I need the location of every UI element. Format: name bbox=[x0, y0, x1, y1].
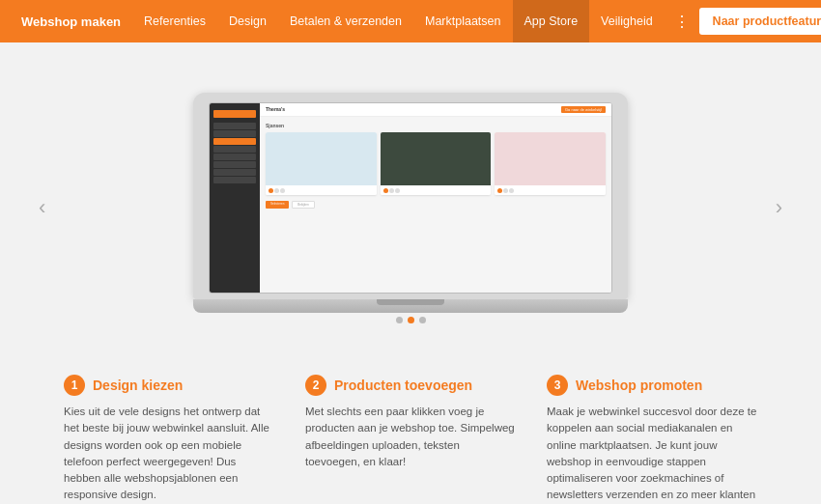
mini-preview-btn: Bekijken bbox=[292, 201, 314, 209]
feature-3-header: 3 Webshop promoten bbox=[547, 375, 757, 396]
mini-card-footer-1 bbox=[266, 185, 377, 195]
nav-item-design[interactable]: Design bbox=[217, 0, 278, 42]
mini-sidebar bbox=[210, 103, 260, 293]
nav-item-marktplaatsen[interactable]: Marktplaatsen bbox=[413, 0, 513, 42]
feature-3-title: Webshop promoten bbox=[576, 378, 702, 393]
nav-item-appstore[interactable]: App Store bbox=[513, 0, 590, 42]
mini-menu-item bbox=[213, 161, 256, 168]
carousel-dot-2[interactable] bbox=[408, 317, 414, 323]
mini-topbar: Thema's Ga naar de winkelstijl bbox=[260, 103, 611, 117]
mini-card-dot bbox=[503, 188, 508, 193]
laptop-carousel: ‹ bbox=[0, 58, 821, 357]
feature-3: 3 Webshop promoten Maak je webwinkel suc… bbox=[531, 375, 773, 504]
feature-2: 2 Producten toevoegen Met slechts een pa… bbox=[290, 375, 531, 504]
mini-card-dot bbox=[274, 188, 279, 193]
mini-cards bbox=[266, 132, 606, 195]
carousel-next-button[interactable]: › bbox=[766, 185, 792, 230]
mini-menu-item bbox=[213, 130, 256, 137]
mini-card-dot bbox=[395, 188, 400, 193]
mini-card-dots bbox=[383, 188, 489, 193]
mini-card-dot bbox=[269, 188, 273, 193]
feature-1: 1 Design kiezen Kies uit de vele designs… bbox=[48, 375, 290, 504]
mini-card-dot bbox=[383, 188, 388, 193]
mini-topbar-btn: Ga naar de winkelstijl bbox=[561, 106, 606, 113]
mini-card-img-3 bbox=[495, 132, 606, 185]
mini-menu-item bbox=[213, 123, 256, 129]
feature-1-text: Kies uit de vele designs het ontwerp dat… bbox=[64, 404, 274, 504]
carousel-dot-3[interactable] bbox=[419, 317, 426, 323]
mini-menu-item bbox=[213, 154, 256, 160]
laptop-screen-inner: Thema's Ga naar de winkelstijl Sjansen bbox=[209, 102, 612, 294]
mini-card-2 bbox=[381, 132, 492, 195]
mini-card-dot bbox=[509, 188, 514, 193]
feature-2-text: Met slechts een paar klikken voeg je pro… bbox=[305, 404, 516, 470]
mini-card-img-1 bbox=[266, 132, 377, 185]
mini-logo bbox=[213, 110, 256, 118]
mini-menu-item bbox=[213, 177, 256, 183]
feature-1-num: 1 bbox=[64, 375, 85, 396]
nav-brand: Webshop maken bbox=[10, 14, 132, 29]
mini-menu-item-active bbox=[213, 138, 256, 145]
mini-topbar-title: Thema's bbox=[266, 106, 285, 112]
feature-1-title: Design kiezen bbox=[93, 378, 183, 393]
feature-2-num: 2 bbox=[305, 375, 326, 396]
mini-card-dot bbox=[497, 188, 502, 193]
navbar: Webshop maken Referenties Design Betalen… bbox=[0, 0, 821, 42]
mini-card-dot bbox=[389, 188, 394, 193]
feature-3-text: Maak je webwinkel succesvol door deze te… bbox=[547, 404, 757, 504]
feature-3-num: 3 bbox=[547, 375, 568, 396]
carousel-dots bbox=[193, 317, 628, 323]
nav-item-betalen[interactable]: Betalen & verzenden bbox=[278, 0, 413, 42]
feature-1-header: 1 Design kiezen bbox=[64, 375, 274, 396]
mini-select-btn: Selecteren bbox=[266, 201, 289, 209]
laptop-mockup: Thema's Ga naar de winkelstijl Sjansen bbox=[193, 93, 628, 323]
nav-items: Referenties Design Betalen & verzenden M… bbox=[132, 0, 699, 42]
laptop-screen-outer: Thema's Ga naar de winkelstijl Sjansen bbox=[193, 93, 628, 299]
mini-select-row: Selecteren Bekijken bbox=[266, 201, 606, 209]
mini-card-img-2 bbox=[381, 132, 492, 185]
mini-menu-item bbox=[213, 169, 256, 176]
laptop-base bbox=[193, 299, 628, 313]
feature-2-header: 2 Producten toevoegen bbox=[305, 375, 516, 396]
nav-item-referenties[interactable]: Referenties bbox=[132, 0, 217, 42]
mini-card-footer-3 bbox=[495, 185, 606, 195]
mini-card-1 bbox=[266, 132, 377, 195]
mini-card-dot bbox=[280, 188, 285, 193]
more-icon[interactable]: ⋮ bbox=[665, 0, 699, 42]
mini-main-area: Thema's Ga naar de winkelstijl Sjansen bbox=[260, 103, 611, 293]
feature-2-title: Producten toevoegen bbox=[334, 378, 472, 393]
cta-button[interactable]: Naar productfeatures bbox=[699, 8, 821, 35]
features-section: 1 Design kiezen Kies uit de vele designs… bbox=[0, 357, 821, 504]
mini-menu-item bbox=[213, 146, 256, 153]
main-content: ‹ bbox=[0, 42, 821, 504]
carousel-dot-1[interactable] bbox=[396, 317, 403, 323]
mini-card-dots bbox=[497, 188, 603, 193]
nav-item-veiligheid[interactable]: Veiligheid bbox=[589, 0, 665, 42]
mini-section-title: Sjansen bbox=[266, 123, 606, 128]
mini-ui: Thema's Ga naar de winkelstijl Sjansen bbox=[210, 103, 611, 293]
mini-card-dots bbox=[269, 188, 374, 193]
carousel-prev-button[interactable]: ‹ bbox=[29, 185, 55, 230]
mini-card-3 bbox=[495, 132, 606, 195]
cta-label: Naar productfeatures bbox=[713, 14, 821, 28]
mini-content: Sjansen bbox=[260, 117, 611, 293]
laptop-notch bbox=[377, 299, 444, 305]
mini-card-footer-2 bbox=[381, 185, 492, 195]
